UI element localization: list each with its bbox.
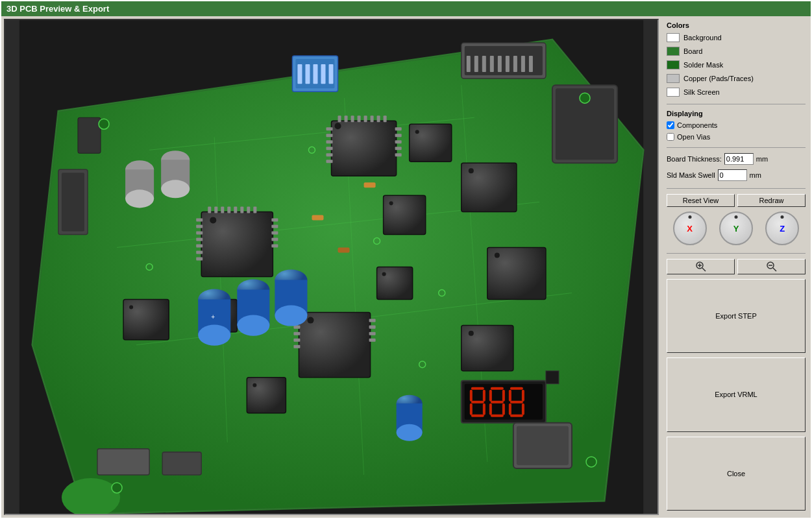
dial-label-y: Y <box>733 224 739 234</box>
svg-rect-139 <box>491 415 504 417</box>
svg-rect-47 <box>358 115 361 122</box>
svg-rect-34 <box>326 134 332 137</box>
components-label: Components <box>677 121 717 129</box>
separator-4 <box>667 253 806 254</box>
svg-rect-18 <box>513 56 517 72</box>
window-title: 3D PCB Preview & Export <box>6 4 109 14</box>
svg-rect-66 <box>208 206 211 213</box>
color-swatch-copper[interactable] <box>667 74 680 83</box>
svg-point-87 <box>469 168 474 173</box>
color-swatch-silk-screen[interactable] <box>667 88 680 97</box>
svg-rect-16 <box>498 56 502 72</box>
colors-section-label: Colors <box>667 21 806 29</box>
svg-rect-67 <box>214 206 217 213</box>
svg-point-158 <box>112 483 122 493</box>
svg-rect-69 <box>227 206 230 213</box>
zoom-row <box>667 259 806 274</box>
svg-rect-81 <box>369 319 376 322</box>
svg-rect-57 <box>196 237 203 241</box>
svg-rect-49 <box>371 115 374 122</box>
svg-rect-110 <box>78 117 101 153</box>
color-swatch-solder-mask[interactable] <box>667 60 680 69</box>
svg-rect-79 <box>293 339 300 342</box>
export-vrml-button[interactable]: Export VRML <box>667 357 806 431</box>
color-swatch-background[interactable] <box>667 33 680 42</box>
right-panel: Colors Background Board Solder Mask Copp… <box>661 16 811 518</box>
svg-rect-100 <box>247 378 286 413</box>
open-vias-checkbox[interactable] <box>667 133 674 141</box>
svg-rect-71 <box>240 206 243 213</box>
separator-1 <box>667 104 806 104</box>
color-swatch-board[interactable] <box>667 47 680 56</box>
svg-rect-136 <box>491 401 504 404</box>
svg-point-103 <box>382 272 386 276</box>
svg-rect-59 <box>196 250 203 254</box>
svg-rect-14 <box>482 56 486 72</box>
dial-dot-y <box>734 215 737 219</box>
svg-rect-135 <box>502 390 505 402</box>
svg-rect-48 <box>364 115 367 122</box>
svg-point-93 <box>389 201 393 205</box>
rotation-dial-x[interactable]: X <box>673 211 707 245</box>
svg-rect-78 <box>293 332 300 335</box>
color-label-silk-screen: Silk Screen <box>683 88 720 96</box>
rotation-dial-z[interactable]: Z <box>765 211 799 245</box>
svg-point-123 <box>397 424 423 441</box>
svg-rect-26 <box>321 64 325 84</box>
color-label-copper: Copper (Pads/Traces) <box>683 75 754 82</box>
rotation-dial-y[interactable]: Y <box>719 211 753 245</box>
svg-point-106 <box>125 189 154 208</box>
svg-rect-94 <box>410 124 452 162</box>
svg-point-97 <box>129 306 133 309</box>
svg-rect-160 <box>162 452 201 475</box>
color-row-board: Board <box>667 47 806 56</box>
svg-rect-27 <box>328 64 333 84</box>
dial-dot-x <box>688 215 691 219</box>
svg-point-89 <box>495 252 500 258</box>
svg-rect-51 <box>384 115 387 122</box>
svg-rect-24 <box>305 64 310 84</box>
sld-mask-swell-row: Sld Mask Swell mm <box>667 169 806 181</box>
zoom-out-button[interactable] <box>737 259 806 274</box>
svg-rect-148 <box>338 247 350 252</box>
svg-rect-134 <box>489 390 492 402</box>
svg-rect-41 <box>395 140 402 143</box>
svg-rect-37 <box>326 153 332 156</box>
svg-rect-68 <box>221 206 224 213</box>
reset-redraw-row: Reset View Redraw <box>667 194 806 207</box>
svg-point-91 <box>469 331 474 336</box>
svg-rect-20 <box>529 56 533 72</box>
export-step-button[interactable]: Export STEP <box>667 279 806 353</box>
svg-rect-61 <box>271 218 278 221</box>
svg-rect-54 <box>196 218 203 221</box>
title-bar: 3D PCB Preview & Export <box>1 1 811 16</box>
open-vias-label: Open Vias <box>677 133 710 141</box>
reset-view-button[interactable]: Reset View <box>667 194 735 207</box>
main-window: 3D PCB Preview & Export <box>0 0 812 519</box>
zoom-in-button[interactable] <box>667 259 735 274</box>
sld-mask-swell-input[interactable] <box>718 169 747 181</box>
svg-rect-63 <box>271 231 278 234</box>
separator-3 <box>667 188 806 189</box>
components-checkbox[interactable] <box>667 121 674 129</box>
svg-rect-133 <box>491 387 504 390</box>
redraw-button[interactable]: Redraw <box>737 194 806 207</box>
svg-rect-96 <box>123 300 169 340</box>
pcb-viewport[interactable]: + <box>4 19 659 515</box>
svg-rect-40 <box>395 134 402 137</box>
displaying-section-label: Displaying <box>667 110 806 117</box>
svg-rect-126 <box>471 387 484 390</box>
color-label-background: Background <box>683 34 722 42</box>
close-button[interactable]: Close <box>667 437 806 511</box>
svg-rect-39 <box>395 127 402 130</box>
svg-rect-65 <box>271 244 278 247</box>
content-area: + <box>1 16 811 518</box>
board-thickness-input[interactable] <box>724 153 754 165</box>
svg-rect-13 <box>474 56 478 72</box>
svg-rect-36 <box>326 147 332 150</box>
svg-rect-130 <box>470 404 473 415</box>
svg-rect-144 <box>509 404 511 415</box>
open-vias-checkbox-row: Open Vias <box>667 133 806 141</box>
sld-mask-swell-unit: mm <box>750 171 761 179</box>
svg-rect-132 <box>471 415 484 417</box>
